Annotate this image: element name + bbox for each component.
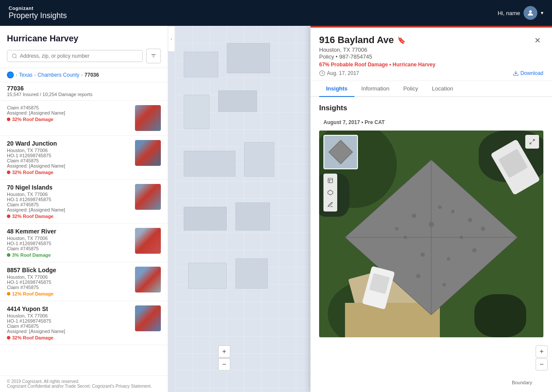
avatar	[524, 6, 537, 20]
svg-point-22	[451, 210, 455, 213]
list-item[interactable]: 8857 Blick Lodge Houston, TX 77006 HO-1 …	[0, 262, 168, 301]
zip-code: 77036	[7, 85, 161, 92]
search-box[interactable]	[7, 50, 143, 62]
insights-heading: Insights	[319, 104, 543, 112]
tab-information[interactable]: Information	[354, 81, 396, 97]
svg-point-16	[404, 236, 407, 239]
tab-policy[interactable]: Policy	[396, 81, 425, 97]
map-zoom-in[interactable]: +	[218, 345, 230, 358]
breadcrumb-separator2: ›	[34, 72, 36, 78]
zoom-out-button[interactable]: −	[536, 358, 548, 370]
svg-point-11	[412, 214, 416, 218]
svg-point-0	[529, 10, 532, 13]
detail-meta-row: Aug. 17, 2017 Download	[319, 70, 543, 76]
close-button[interactable]: ✕	[531, 34, 543, 47]
detail-address: 916 Bayland Ave 🔖	[319, 34, 436, 46]
svg-rect-25	[328, 178, 333, 183]
svg-point-14	[460, 236, 463, 239]
damage-badge: 12% Roof Damage	[7, 291, 131, 296]
damage-dot	[7, 171, 10, 174]
tab-location[interactable]: Location	[425, 81, 460, 97]
property-thumbnail	[135, 305, 161, 331]
damage-dot	[7, 118, 10, 121]
fullscreen-button[interactable]	[525, 135, 539, 149]
detail-tabs: Insights Information Policy Location	[310, 81, 552, 97]
list-item[interactable]: Claim #745875 Assigned: [Assigned Name] …	[0, 101, 168, 136]
damage-badge: 3% Roof Damage	[7, 252, 131, 258]
detail-date: Aug. 17, 2017	[319, 70, 359, 76]
list-item[interactable]: 20 Ward Junction Houston, TX 77006 HO-1 …	[0, 136, 168, 180]
property-info: 8857 Blick Lodge Houston, TX 77006 HO-1 …	[7, 267, 131, 296]
breadcrumb-separator: ›	[16, 72, 17, 78]
svg-marker-28	[328, 190, 333, 195]
damage-dot	[7, 292, 10, 296]
download-button[interactable]: Download	[513, 70, 543, 76]
property-info: 70 Nigel Islands Houston, TX 77006 HO-1 …	[7, 184, 131, 219]
property-info: 4414 Yupon St Houston, TX 77006 HO-1 #12…	[7, 305, 131, 340]
sidebar-collapse-button[interactable]: ‹	[168, 26, 175, 52]
bookmark-icon[interactable]: 🔖	[397, 36, 406, 44]
damage-badge: 32% Roof Damage	[7, 117, 131, 122]
breadcrumb-county[interactable]: Chambers County	[38, 72, 79, 78]
svg-point-20	[395, 227, 398, 230]
svg-point-18	[447, 257, 450, 261]
svg-line-29	[533, 140, 534, 141]
damage-badge: 32% Roof Damage	[7, 170, 131, 175]
svg-point-13	[468, 218, 472, 222]
breadcrumb-texas[interactable]: Texas	[19, 72, 32, 78]
svg-point-12	[438, 205, 442, 209]
map-controls-bg: + −	[218, 345, 230, 370]
svg-point-17	[420, 252, 425, 257]
boundary-label: Boundary	[509, 379, 535, 386]
measure-tool-button[interactable]	[325, 175, 336, 186]
download-icon	[513, 70, 519, 76]
filter-button[interactable]	[146, 49, 161, 63]
svg-point-1	[13, 54, 16, 58]
zoom-in-button[interactable]: +	[536, 345, 548, 358]
search-icon	[12, 53, 17, 59]
property-info: Claim #745875 Assigned: [Assigned Name] …	[7, 105, 131, 131]
detail-policy: Policy • 987-7854745	[319, 53, 436, 60]
detail-city: Houston, TX 77006	[319, 47, 436, 53]
svg-line-2	[16, 57, 16, 58]
filter-icon	[151, 53, 157, 59]
property-thumbnail	[135, 105, 161, 131]
sidebar-header: Hurricane Harvey	[0, 26, 168, 68]
damage-dot	[7, 253, 10, 257]
detail-header: 916 Bayland Ave 🔖 Houston, TX 77006 Poli…	[310, 28, 552, 81]
minimap	[323, 135, 358, 169]
map-area[interactable]: 916 Bayland Ave 🔖 Houston, TX 77006 Poli…	[175, 26, 552, 392]
list-item[interactable]: 70 Nigel Islands Houston, TX 77006 HO-1 …	[0, 180, 168, 224]
damage-dot	[7, 215, 10, 218]
property-thumbnail	[135, 267, 161, 292]
polygon-tool-button[interactable]	[325, 187, 336, 198]
map-zoom-out[interactable]: −	[218, 358, 230, 370]
sidebar: Hurricane Harvey 🌐 › Texas › Chambers Co…	[0, 26, 168, 392]
property-thumbnail	[135, 228, 161, 254]
property-thumbnail	[135, 140, 161, 166]
breadcrumb-zip: 77036	[85, 72, 99, 78]
damage-dot	[7, 336, 10, 339]
detail-header-row: 916 Bayland Ave 🔖 Houston, TX 77006 Poli…	[319, 34, 543, 68]
breadcrumb: 🌐 › Texas › Chambers County › 77036	[0, 68, 168, 82]
globe-icon: 🌐	[7, 72, 14, 78]
image-date-label: August 7, 2017 • Pre CAT	[319, 118, 543, 131]
tab-insights[interactable]: Insights	[319, 81, 354, 97]
list-item[interactable]: 4414 Yupon St Houston, TX 77006 HO-1 #12…	[0, 301, 168, 345]
draw-tool-button[interactable]	[325, 199, 336, 210]
damage-badge: 32% Roof Damage	[7, 335, 131, 340]
search-input[interactable]	[20, 53, 138, 59]
user-greeting: Hi, name	[498, 10, 520, 16]
property-info: 48 Kemmer River Houston, TX 77006 HO-1 #…	[7, 228, 131, 258]
chevron-down-icon: ▾	[541, 10, 543, 16]
insights-content: Insights August 7, 2017 • Pre CAT	[310, 97, 552, 392]
map-controls-detail: + −	[536, 345, 548, 370]
svg-point-21	[429, 222, 434, 227]
list-item[interactable]: 48 Kemmer River Houston, TX 77006 HO-1 #…	[0, 224, 168, 262]
detail-panel: 916 Bayland Ave 🔖 Houston, TX 77006 Poli…	[310, 26, 552, 392]
user-menu[interactable]: Hi, name ▾	[498, 6, 543, 20]
svg-point-23	[416, 274, 420, 278]
svg-point-15	[481, 227, 485, 231]
image-toolbar	[323, 174, 337, 212]
cognizant-logo: Cognizant	[9, 6, 67, 11]
